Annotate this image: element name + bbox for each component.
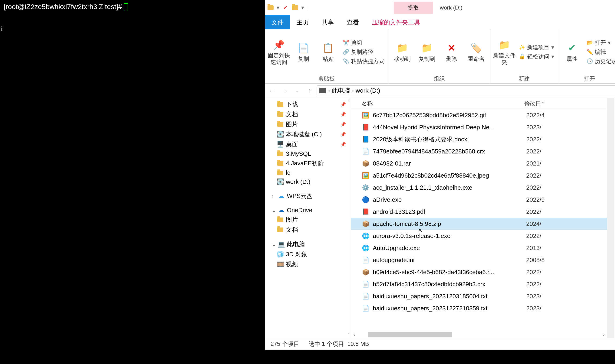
- file-row[interactable]: ⚙️acc_installer_1.1.21.1_xiaoheihe.exe20…: [351, 182, 607, 194]
- nav-wps-cloud[interactable]: ›☁WPS云盘: [265, 191, 351, 201]
- folder-icon: [277, 160, 284, 167]
- delete-button[interactable]: ✕删除: [440, 41, 463, 63]
- nav-forward-button[interactable]: →: [279, 85, 290, 96]
- nav-videos[interactable]: 🎞️视频: [265, 259, 351, 269]
- nav-javaee[interactable]: 4.JavaEE初阶: [265, 158, 351, 168]
- history-button[interactable]: 🕓历史记录: [585, 57, 615, 65]
- file-row[interactable]: 📄autoupgrade.ini2008/8: [351, 254, 607, 266]
- copy-path-button[interactable]: 🔗复制路径: [341, 48, 386, 56]
- terminal-cursor: [124, 3, 128, 11]
- ribbon-group-open: ✔属性 📂打开 ▾ ✏️编辑 🕓历史记录 打开: [558, 29, 615, 83]
- open-button[interactable]: 📂打开 ▾: [585, 39, 615, 47]
- nav-up-button[interactable]: ↑: [304, 85, 315, 96]
- file-name: baiduxueshu_papers_20231203185004.txt: [373, 293, 526, 300]
- scroll-right-icon[interactable]: ›: [601, 331, 607, 338]
- nav-documents[interactable]: 文档📌: [265, 109, 351, 119]
- copy-button[interactable]: 📄 复制: [292, 41, 315, 63]
- paste-shortcut-button[interactable]: 📎粘贴快捷方式: [341, 57, 386, 65]
- edit-button[interactable]: ✏️编辑: [585, 48, 615, 56]
- file-type-icon: 📦: [362, 220, 369, 228]
- cut-button[interactable]: ✂️剪切: [341, 39, 386, 47]
- column-date[interactable]: 修改日˄: [524, 100, 544, 107]
- file-row[interactable]: 📄baiduxueshu_papers_20231227210359.txt20…: [351, 302, 607, 314]
- nav-3d-objects[interactable]: 🧊3D 对象: [265, 249, 351, 259]
- shortcut-icon: 📎: [342, 58, 349, 65]
- file-name: 6c77bb12c06252539bdd8bd2e59f2952.gif: [373, 112, 526, 119]
- new-item-button[interactable]: ✨新建项目 ▾: [517, 43, 556, 52]
- breadcrumb-drive[interactable]: work (D:): [355, 87, 380, 94]
- file-name: 084932-01.rar: [373, 160, 526, 167]
- contextual-tab-extract[interactable]: 提取: [394, 2, 433, 14]
- file-row[interactable]: 📕android-133123.pdf2022/: [351, 206, 607, 218]
- scroll-left-icon[interactable]: ‹: [351, 331, 357, 338]
- titlebar: ▾ ✔ ▾ | 提取 work (D:): [265, 0, 615, 15]
- file-row[interactable]: 📦apache-tomcat-8.5.98.zip2024/: [351, 218, 607, 230]
- tab-view[interactable]: 查看: [340, 15, 365, 29]
- terminal[interactable]: [root@iZ2ze5bwhkxl7fw2txrh3lZ test]#: [2, 0, 265, 350]
- file-row[interactable]: 🌐AutoUpgrade.exe2013/: [351, 242, 607, 254]
- file-row[interactable]: 📦084932-01.rar2021/: [351, 157, 607, 169]
- nav-this-pc[interactable]: ⌄💻此电脑: [265, 239, 351, 249]
- breadcrumb[interactable]: › 此电脑 › work (D:) ⌄: [317, 85, 615, 96]
- nav-onedrive[interactable]: ⌄☁OneDrive: [265, 206, 351, 215]
- file-name: apache-tomcat-8.5.98.zip: [373, 220, 526, 228]
- file-type-icon: 📄: [362, 147, 369, 155]
- chevron-right-icon[interactable]: ›: [327, 87, 331, 94]
- nav-downloads[interactable]: 下载📌: [265, 99, 351, 109]
- scissors-icon: ✂️: [342, 39, 349, 46]
- file-row[interactable]: 📄b52d7fa84c31437c80c4edbfdcb929b3.crx202…: [351, 278, 607, 290]
- paste-button[interactable]: 📋 粘贴: [316, 41, 340, 63]
- tab-file[interactable]: 文件: [265, 15, 290, 29]
- nav-lq[interactable]: lq: [265, 168, 351, 177]
- pin-to-quick-access-button[interactable]: 📌 固定到快速访问: [267, 38, 290, 66]
- file-row[interactable]: 📕444Novel Hybrid PhysicsInformed Deep Ne…: [351, 121, 607, 133]
- nav-mysql[interactable]: 3.MySQL: [265, 149, 351, 158]
- nav-scroll-up-icon[interactable]: ˄: [348, 99, 350, 104]
- black-strip: [265, 350, 615, 364]
- horizontal-scrollbar[interactable]: ‹ ›: [351, 331, 607, 338]
- rename-button[interactable]: 🏷️重命名: [465, 41, 488, 63]
- file-date: 2022/4: [526, 112, 545, 119]
- nav-scroll-down-icon[interactable]: ˅: [348, 332, 350, 337]
- scrollbar-thumb[interactable]: [368, 332, 452, 337]
- new-folder-button[interactable]: 📁新建文件夹: [493, 38, 516, 66]
- chevron-right-icon[interactable]: ›: [351, 87, 355, 94]
- nav-pictures[interactable]: 图片📌: [265, 119, 351, 129]
- file-list[interactable]: ↖ 🖼️6c77bb12c06252539bdd8bd2e59f2952.gif…: [351, 109, 607, 331]
- history-icon: 🕓: [587, 58, 593, 65]
- nav-c-drive[interactable]: 💽本地磁盘 (C:)📌: [265, 129, 351, 139]
- file-row[interactable]: 📘2020级本科读书心得格式要求.docx2022/: [351, 133, 607, 145]
- easy-access-button[interactable]: 🔓轻松访问 ▾: [517, 52, 556, 61]
- qat-folder-icon[interactable]: [291, 4, 299, 11]
- file-row[interactable]: 📄baiduxueshu_papers_20231203185004.txt20…: [351, 290, 607, 302]
- properties-button[interactable]: ✔属性: [560, 41, 584, 63]
- tab-zip-tools[interactable]: 压缩的文件夹工具: [365, 15, 427, 29]
- vertical-scrollbar[interactable]: [607, 98, 614, 338]
- breadcrumb-this-pc[interactable]: 此电脑: [332, 87, 350, 95]
- tab-share[interactable]: 共享: [315, 15, 340, 29]
- nav-recent-dropdown[interactable]: ⌄: [292, 85, 303, 96]
- nav-work-drive[interactable]: 💽work (D:): [265, 177, 351, 186]
- clipboard-group-label: 剪贴板: [318, 74, 335, 83]
- tab-home[interactable]: 主页: [290, 15, 315, 29]
- navigation-pane[interactable]: ˄ 下载📌 文档📌 图片📌 💽本地磁盘 (C:)📌 🖥️桌面📌 3.MySQL …: [265, 98, 351, 338]
- file-name: b52d7fa84c31437c80c4edbfdcb929b3.crx: [373, 281, 526, 288]
- column-name[interactable]: 名称: [362, 100, 524, 107]
- new-folder-icon: 📁: [498, 38, 511, 51]
- copy-to-button[interactable]: 📁复制到: [415, 41, 438, 63]
- qat-properties-icon[interactable]: ✔: [282, 4, 289, 11]
- file-row[interactable]: 🖼️6c77bb12c06252539bdd8bd2e59f2952.gif20…: [351, 109, 607, 121]
- file-row[interactable]: 📦b09d4ce5-ebc9-44e5-b682-da43f36ceba6.r.…: [351, 266, 607, 278]
- qat-dropdown-icon[interactable]: ▾: [277, 4, 279, 11]
- move-to-button[interactable]: 📁移动到: [391, 41, 414, 63]
- ribbon-tabs: 文件 主页 共享 查看 压缩的文件夹工具: [265, 15, 615, 29]
- file-row[interactable]: 🌐aurora-v3.0.1s-release-1.exe2022/: [351, 230, 607, 242]
- nav-od-docs[interactable]: 文档: [265, 225, 351, 235]
- nav-desktop[interactable]: 🖥️桌面📌: [265, 139, 351, 149]
- file-row[interactable]: 📄7479ebfee0794ff484a559a20228b568.crx202…: [351, 145, 607, 157]
- file-row[interactable]: 🖼️a51cf7e4d96b2c8b02cd4e6a5f88840e.jpeg2…: [351, 169, 607, 182]
- file-row[interactable]: 🔵aDrive.exe2022/9: [351, 194, 607, 206]
- nav-od-pictures[interactable]: 图片: [265, 215, 351, 225]
- nav-back-button[interactable]: ←: [267, 85, 277, 96]
- qat-dropdown2-icon[interactable]: ▾: [301, 4, 304, 11]
